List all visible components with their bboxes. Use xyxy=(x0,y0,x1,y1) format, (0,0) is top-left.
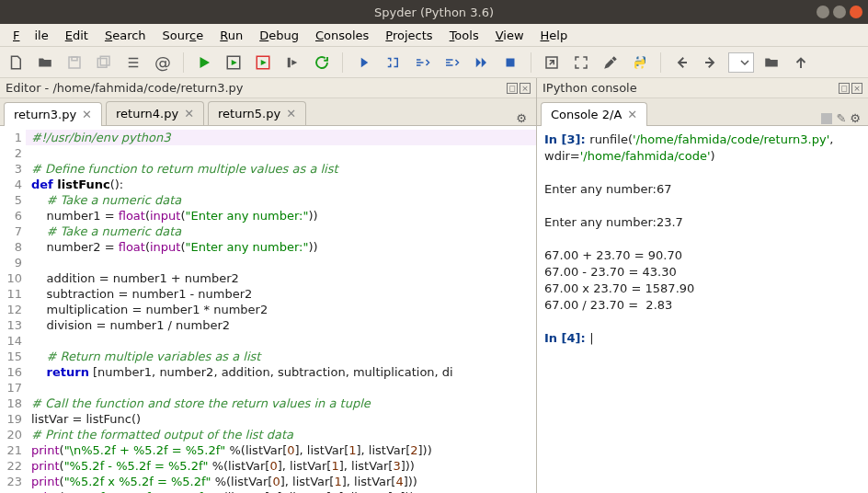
toolbar: @ xyxy=(0,47,868,78)
debug-stop-icon[interactable] xyxy=(498,51,522,75)
forward-icon[interactable] xyxy=(699,51,723,75)
back-icon[interactable] xyxy=(669,51,693,75)
code-content[interactable]: #!/usr/bin/env python3 # Define function… xyxy=(26,126,536,493)
tab-options-icon[interactable]: ⚙ xyxy=(510,111,532,125)
fullscreen-icon[interactable] xyxy=(569,51,593,75)
pane-close-icon[interactable]: × xyxy=(520,83,531,94)
editor-header-text: Editor - /home/fahmida/code/return3.py xyxy=(6,81,244,95)
svg-rect-3 xyxy=(100,56,109,65)
line-gutter: 123456789101112131415161718192021222324 xyxy=(0,126,26,493)
debug-step-over-icon[interactable] xyxy=(410,51,434,75)
console-action-icon[interactable] xyxy=(821,113,832,124)
window-title: Spyder (Python 3.6) xyxy=(374,6,494,19)
debug-step-into-icon[interactable] xyxy=(381,51,405,75)
workdir-dropdown[interactable] xyxy=(728,52,754,73)
debug-continue-icon[interactable] xyxy=(469,51,493,75)
editor-tabs: return3.py✕ return4.py✕ return5.py✕ ⚙ xyxy=(0,98,536,126)
debug-step-icon[interactable] xyxy=(351,51,375,75)
tab-label: return4.py xyxy=(116,107,178,120)
rerun-icon[interactable] xyxy=(310,51,334,75)
parent-dir-icon[interactable] xyxy=(789,51,813,75)
close-icon[interactable]: ✕ xyxy=(184,107,194,120)
editor-header: Editor - /home/fahmida/code/return3.py ◻… xyxy=(0,78,536,98)
close-icon[interactable]: ✕ xyxy=(286,107,296,120)
minimize-icon[interactable] xyxy=(817,6,829,18)
console-output[interactable]: In [3]: runfile('/home/fahmida/code/retu… xyxy=(537,126,868,493)
tab-label: return3.py xyxy=(14,108,76,121)
pane-popout-icon[interactable]: ◻ xyxy=(839,83,850,94)
menu-run[interactable]: Run xyxy=(212,26,250,45)
new-file-icon[interactable] xyxy=(4,51,28,75)
menu-debug[interactable]: Debug xyxy=(252,26,306,45)
editor-pane: Editor - /home/fahmida/code/return3.py ◻… xyxy=(0,78,537,493)
tab-label: Console 2/A xyxy=(551,108,622,121)
svg-rect-2 xyxy=(97,58,107,67)
tab-return4[interactable]: return4.py✕ xyxy=(106,101,204,125)
close-window-icon[interactable] xyxy=(850,6,862,18)
menu-search[interactable]: Search xyxy=(97,26,154,45)
preferences-icon[interactable] xyxy=(599,51,622,75)
open-file-icon[interactable] xyxy=(33,51,57,75)
menu-edit[interactable]: Edit xyxy=(58,26,96,45)
maximize-pane-icon[interactable] xyxy=(540,51,564,75)
svg-rect-6 xyxy=(507,58,515,66)
menu-view[interactable]: View xyxy=(488,26,531,45)
console-header-text: IPython console xyxy=(542,81,637,95)
svg-rect-0 xyxy=(69,57,80,68)
save-all-icon[interactable] xyxy=(92,51,116,75)
svg-rect-1 xyxy=(72,57,77,61)
debug-step-out-icon[interactable] xyxy=(440,51,463,75)
save-icon[interactable] xyxy=(63,51,86,75)
pane-popout-icon[interactable]: ◻ xyxy=(507,83,518,94)
browse-folder-icon[interactable] xyxy=(760,51,783,75)
list-icon[interactable] xyxy=(121,51,145,75)
menu-tools[interactable]: Tools xyxy=(442,26,486,45)
close-icon[interactable]: ✕ xyxy=(82,108,92,121)
tab-console[interactable]: Console 2/A✕ xyxy=(541,102,647,126)
run-icon[interactable] xyxy=(192,51,216,75)
code-editor[interactable]: 123456789101112131415161718192021222324 … xyxy=(0,126,536,493)
menubar: File Edit Search Source Run Debug Consol… xyxy=(0,24,868,47)
console-tabs: Console 2/A✕ ✎ ⚙ xyxy=(537,98,868,126)
close-icon[interactable]: ✕ xyxy=(627,108,637,121)
menu-consoles[interactable]: Consoles xyxy=(308,26,376,45)
run-cell-icon[interactable] xyxy=(222,51,246,75)
console-pane: IPython console ◻× Console 2/A✕ ✎ ⚙ In [… xyxy=(537,78,868,493)
tab-return5[interactable]: return5.py✕ xyxy=(208,101,306,125)
run-cell-advance-icon[interactable] xyxy=(251,51,275,75)
menu-file[interactable]: File xyxy=(6,26,56,45)
tab-label: return5.py xyxy=(218,107,280,120)
tab-return3[interactable]: return3.py✕ xyxy=(4,102,102,126)
console-options-icon[interactable]: ⚙ xyxy=(850,111,861,125)
pane-close-icon[interactable]: × xyxy=(851,83,862,94)
at-icon[interactable]: @ xyxy=(151,51,175,75)
menu-source[interactable]: Source xyxy=(155,26,211,45)
window-titlebar: Spyder (Python 3.6) xyxy=(0,0,868,24)
menu-help[interactable]: Help xyxy=(533,26,576,45)
maximize-icon[interactable] xyxy=(833,6,846,18)
console-edit-icon[interactable]: ✎ xyxy=(836,111,846,125)
console-header: IPython console ◻× xyxy=(537,78,868,98)
run-selection-icon[interactable] xyxy=(280,51,304,75)
menu-projects[interactable]: Projects xyxy=(378,26,440,45)
python-icon[interactable] xyxy=(628,51,652,75)
